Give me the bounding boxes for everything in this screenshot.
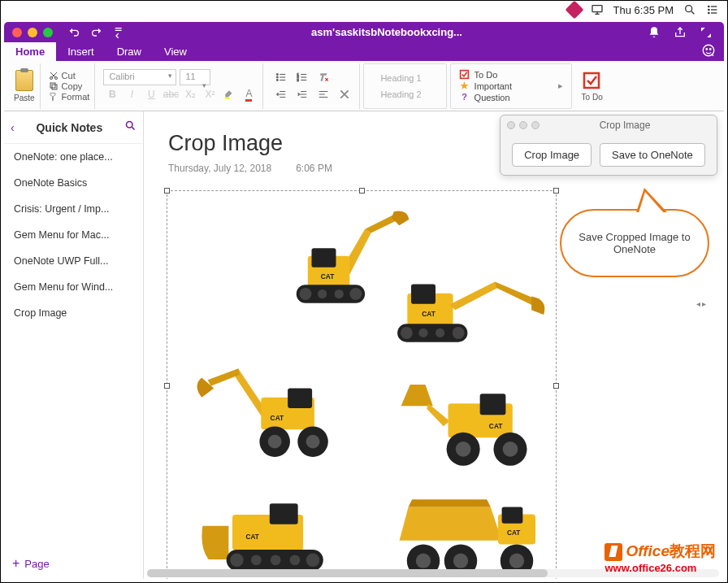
feedback-smiley-icon[interactable] (701, 43, 724, 61)
tag-important[interactable]: Important▸ (459, 80, 563, 91)
svg-point-37 (436, 328, 444, 337)
svg-point-22 (127, 122, 133, 128)
font-size-select[interactable]: 11 (180, 69, 210, 85)
menu-list-icon[interactable] (706, 3, 719, 16)
italic-button[interactable]: I (123, 86, 141, 102)
svg-text:CAT: CAT (271, 414, 285, 422)
tab-view[interactable]: View (153, 42, 198, 61)
svg-text:CAT: CAT (489, 422, 503, 430)
sidebar-search-icon[interactable] (124, 120, 136, 135)
heading1-style[interactable]: Heading 1 (377, 71, 424, 85)
paste-group[interactable]: Paste (9, 63, 41, 109)
paste-label: Paste (14, 94, 35, 102)
sidebar-item[interactable]: OneNote Basics (4, 170, 143, 196)
save-to-onenote-button[interactable]: Save to OneNote (600, 143, 705, 167)
sidebar-item[interactable]: OneNote: one place... (4, 144, 143, 170)
gem-icon[interactable] (565, 1, 583, 20)
clipboard-group: Cut Copy Format (44, 63, 96, 109)
heading2-style[interactable]: Heading 2 (377, 87, 424, 102)
page-date[interactable]: Thursday, July 12, 2018 (168, 163, 271, 174)
popup-close-button[interactable] (507, 121, 515, 129)
crop-image-button[interactable]: Crop Image (512, 143, 592, 167)
copy-button[interactable]: Copy (49, 81, 90, 91)
font-color-button[interactable]: A (240, 86, 258, 102)
svg-text:?: ? (462, 92, 467, 102)
page-time[interactable]: 6:06 PM (296, 163, 332, 174)
add-page-button[interactable]: +Page (4, 548, 143, 579)
scrollbar-thumb[interactable] (147, 569, 548, 577)
display-icon[interactable] (591, 3, 604, 16)
popup-minimize-button[interactable] (519, 121, 527, 129)
indent-button[interactable] (292, 86, 312, 102)
svg-rect-0 (592, 6, 602, 12)
styles-gallery[interactable]: Heading 1 Heading 2 (363, 63, 446, 109)
sidebar-item[interactable]: OneNote UWP Full... (4, 248, 143, 274)
svg-point-35 (453, 327, 465, 339)
sidebar-item[interactable]: Gem Menu for Mac... (4, 222, 143, 248)
align-button[interactable] (314, 86, 333, 102)
menubar-clock[interactable]: Thu 6:35 PM (613, 4, 674, 16)
resize-handle[interactable] (553, 188, 559, 194)
svg-text:CAT: CAT (321, 272, 336, 281)
format-painter-button[interactable]: Format (49, 92, 90, 102)
ribbon: Paste Cut Copy Format Calibri 11 B I U a… (4, 61, 724, 111)
svg-point-58 (251, 555, 262, 565)
selected-image[interactable]: CAT CAT (167, 190, 557, 579)
numbering-button[interactable]: 123 (292, 69, 312, 85)
tag-question[interactable]: ?Question (459, 92, 563, 102)
delete-button[interactable] (335, 86, 354, 102)
fullscreen-icon[interactable] (700, 26, 713, 39)
popup-zoom-button[interactable] (531, 121, 540, 129)
cut-button[interactable]: Cut (49, 71, 90, 80)
svg-rect-54 (270, 503, 298, 524)
tab-draw[interactable]: Draw (106, 42, 153, 61)
image-content: CAT (383, 492, 557, 579)
tags-gallery[interactable]: To Do Important▸ ?Question (450, 63, 572, 109)
svg-point-26 (300, 288, 312, 300)
resize-handle[interactable] (164, 188, 170, 194)
qat-dropdown-icon[interactable] (113, 26, 126, 39)
sidebar-item[interactable]: Crisis: Urgent / Imp... (4, 196, 143, 222)
outdent-button[interactable] (271, 86, 291, 102)
svg-point-13 (277, 74, 279, 76)
highlight-button[interactable] (220, 86, 238, 102)
clear-format-button[interactable] (314, 69, 333, 85)
close-window-button[interactable] (12, 28, 22, 37)
redo-icon[interactable] (90, 26, 103, 39)
resize-handle[interactable] (359, 188, 365, 194)
bullets-button[interactable] (271, 69, 291, 85)
svg-point-42 (268, 435, 282, 449)
minimize-window-button[interactable] (28, 28, 37, 37)
back-chevron-icon[interactable]: ‹ (11, 121, 15, 134)
sidebar-item[interactable]: Crop Image (4, 300, 143, 326)
svg-rect-47 (480, 394, 506, 415)
zoom-window-button[interactable] (43, 28, 53, 37)
strike-button[interactable]: abc (162, 86, 180, 102)
watermark-icon (604, 543, 622, 561)
bold-button[interactable]: B (103, 86, 121, 102)
tab-insert[interactable]: Insert (56, 42, 106, 61)
tag-todo[interactable]: To Do (459, 69, 563, 80)
share-icon[interactable] (674, 26, 687, 39)
search-icon[interactable] (683, 3, 696, 16)
watermark: Office教程网 www.office26.com (604, 541, 716, 574)
bell-icon[interactable] (648, 26, 661, 39)
crop-image-popup: Crop Image Crop Image Save to OneNote (500, 115, 717, 176)
sidebar-title[interactable]: Quick Notes (20, 121, 119, 134)
underline-button[interactable]: U (142, 86, 160, 102)
subscript-button[interactable]: X₂ (181, 86, 199, 102)
sidebar-item[interactable]: Gem Menu for Wind... (4, 274, 143, 300)
font-family-select[interactable]: Calibri (103, 69, 176, 85)
svg-rect-40 (288, 389, 312, 408)
svg-point-69 (509, 553, 524, 568)
svg-point-65 (416, 553, 431, 568)
resize-handle[interactable] (164, 383, 170, 389)
svg-rect-12 (225, 98, 230, 99)
tab-home[interactable]: Home (4, 42, 56, 61)
todo-button[interactable]: To Do (575, 63, 609, 109)
svg-text:CAT: CAT (507, 529, 520, 537)
page-canvas[interactable]: Crop Image Thursday, July 12, 2018 6:06 … (144, 111, 724, 579)
undo-icon[interactable] (67, 26, 80, 39)
svg-point-27 (349, 288, 362, 300)
svg-point-51 (503, 442, 518, 457)
